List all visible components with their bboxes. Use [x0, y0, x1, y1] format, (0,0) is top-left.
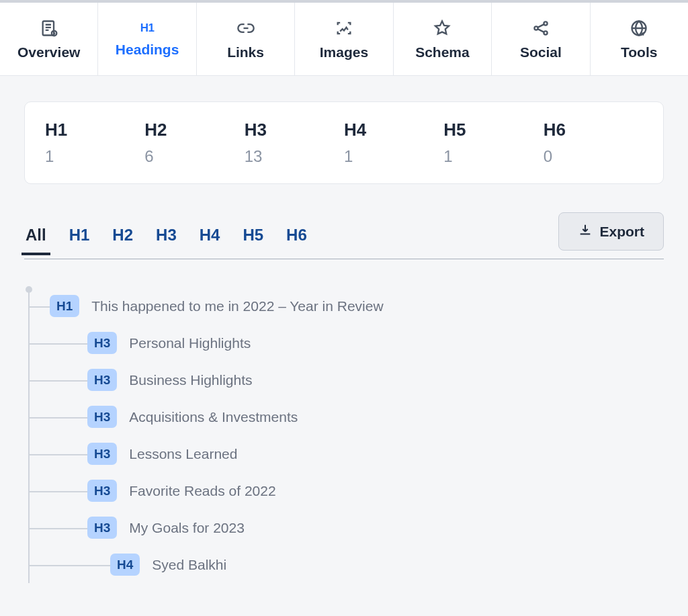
- tab-images-label: Images: [320, 44, 368, 60]
- summary-h5-label: H5: [443, 120, 543, 140]
- content-area: H1 1 H2 6 H3 13 H4 1 H5 1 H6 0 All H1 H2: [0, 76, 688, 583]
- summary-h3: H3 13: [245, 120, 344, 166]
- summary-h3-label: H3: [245, 120, 344, 140]
- link-icon: [236, 19, 255, 38]
- tree-connector: [28, 380, 87, 382]
- heading-icon: H1: [140, 21, 155, 35]
- summary-h2-value: 6: [144, 147, 244, 166]
- summary-h1-value: 1: [45, 147, 144, 166]
- heading-text: Personal Highlights: [129, 335, 251, 351]
- summary-h4-label: H4: [344, 120, 443, 140]
- heading-badge: H3: [87, 517, 117, 539]
- heading-badge: H3: [87, 369, 117, 391]
- heading-badge: H3: [87, 480, 117, 502]
- summary-h5: H5 1: [443, 120, 543, 166]
- heading-text: Business Highlights: [129, 372, 252, 388]
- tree-connector: [28, 528, 87, 529]
- tab-links-label: Links: [227, 44, 264, 60]
- tab-tools[interactable]: Tools: [591, 3, 688, 75]
- image-scan-icon: [335, 19, 353, 38]
- tab-schema-label: Schema: [415, 44, 470, 60]
- tree-item[interactable]: H3 My Goals for 2023: [28, 509, 664, 546]
- summary-h2: H2 6: [144, 120, 244, 166]
- top-tab-bar: Overview H1 Headings Links Images Schema…: [0, 3, 688, 76]
- summary-h4: H4 1: [344, 120, 443, 166]
- tab-links[interactable]: Links: [197, 3, 295, 75]
- tree-item[interactable]: H4 Syed Balkhi: [28, 546, 664, 583]
- heading-text: Favorite Reads of 2022: [129, 483, 275, 499]
- export-button[interactable]: Export: [558, 212, 664, 251]
- tab-social-label: Social: [520, 44, 562, 60]
- tab-overview-label: Overview: [17, 44, 80, 60]
- svg-point-4: [544, 31, 547, 34]
- tree-connector: [28, 343, 87, 345]
- filter-h5[interactable]: H5: [241, 226, 265, 254]
- heading-badge: H4: [110, 554, 140, 576]
- export-button-label: Export: [599, 224, 644, 240]
- tree-connector: [28, 491, 87, 492]
- heading-badge: H3: [87, 332, 117, 354]
- tab-images[interactable]: Images: [295, 3, 393, 75]
- summary-h6-value: 0: [544, 147, 643, 166]
- summary-h1: H1 1: [45, 120, 144, 166]
- summary-h3-value: 13: [245, 147, 344, 166]
- svg-point-2: [534, 26, 538, 30]
- summary-h4-value: 1: [344, 147, 443, 166]
- tree-item[interactable]: H3 Acquisitions & Investments: [28, 398, 664, 435]
- tree-item[interactable]: H3 Business Highlights: [28, 361, 664, 398]
- summary-h6: H6 0: [544, 120, 643, 166]
- heading-text: My Goals for 2023: [129, 520, 245, 536]
- summary-h5-value: 1: [443, 147, 543, 166]
- summary-h1-label: H1: [45, 120, 144, 140]
- summary-h2-label: H2: [144, 120, 244, 140]
- tree-item[interactable]: H3 Lessons Learned: [28, 435, 664, 472]
- tree-item[interactable]: H3 Favorite Reads of 2022: [28, 472, 664, 509]
- heading-text: Syed Balkhi: [152, 557, 226, 573]
- tree-connector: [28, 417, 87, 419]
- tab-schema[interactable]: Schema: [394, 3, 492, 75]
- filter-h2[interactable]: H2: [111, 226, 134, 254]
- summary-h6-label: H6: [544, 120, 643, 140]
- tab-tools-label: Tools: [621, 44, 657, 60]
- filter-h4[interactable]: H4: [198, 226, 222, 254]
- tab-headings[interactable]: H1 Headings: [98, 3, 196, 75]
- star-icon: [433, 19, 452, 38]
- share-icon: [531, 19, 550, 38]
- document-icon: [40, 19, 58, 38]
- filter-h1[interactable]: H1: [68, 226, 91, 254]
- tab-social[interactable]: Social: [492, 3, 590, 75]
- heading-text: Acquisitions & Investments: [129, 409, 298, 425]
- tree-connector: [28, 306, 50, 308]
- download-icon: [578, 222, 593, 240]
- filter-row: All H1 H2 H3 H4 H5 H6 Export: [24, 220, 664, 259]
- heading-tree: H1 This happened to me in 2022 – Year in…: [24, 288, 664, 583]
- tree-connector: [28, 454, 87, 455]
- heading-text: Lessons Learned: [129, 446, 237, 462]
- tree-item[interactable]: H1 This happened to me in 2022 – Year in…: [28, 288, 664, 324]
- filter-all[interactable]: All: [24, 226, 48, 254]
- tree-connector: [28, 565, 110, 566]
- heading-badge: H3: [87, 406, 117, 428]
- heading-badge: H1: [50, 295, 79, 317]
- globe-icon: [630, 19, 648, 38]
- tab-overview[interactable]: Overview: [0, 3, 98, 75]
- tree-item[interactable]: H3 Personal Highlights: [28, 324, 664, 361]
- filter-tabs: All H1 H2 H3 H4 H5 H6: [24, 226, 308, 254]
- heading-summary-card: H1 1 H2 6 H3 13 H4 1 H5 1 H6 0: [24, 101, 664, 184]
- heading-badge: H3: [87, 443, 117, 465]
- svg-point-3: [544, 21, 547, 25]
- heading-text: This happened to me in 2022 – Year in Re…: [91, 298, 383, 314]
- filter-h3[interactable]: H3: [155, 226, 178, 254]
- filter-h6[interactable]: H6: [285, 226, 308, 254]
- tab-headings-label: Headings: [116, 42, 179, 58]
